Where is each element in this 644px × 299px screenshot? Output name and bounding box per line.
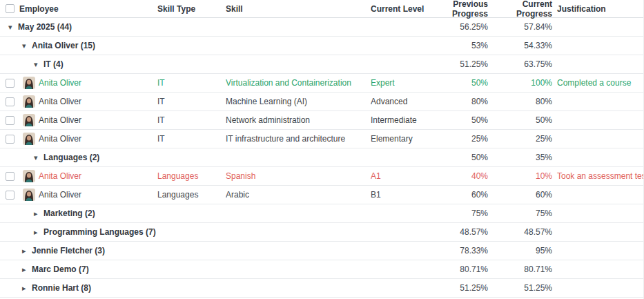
group-previous-progress: 48.57%	[429, 227, 488, 237]
group-previous-progress: 75%	[429, 209, 488, 218]
group-label: Jennie Fletcher (3)	[32, 246, 105, 255]
current-level-cell[interactable]: Elementary	[371, 134, 429, 144]
group-current-progress: 75%	[488, 209, 552, 218]
table-row[interactable]: Anita Oliver Languages Spanish A1 40% 10…	[0, 167, 643, 186]
group-row[interactable]: ▸ Marketing (2) 75% 75%	[0, 204, 643, 223]
current-progress-cell[interactable]: 100%	[488, 78, 552, 88]
group-previous-progress: 51.25%	[429, 283, 488, 293]
avatar	[23, 77, 35, 89]
skill-type-cell[interactable]: IT	[157, 134, 226, 144]
previous-progress-cell[interactable]: 50%	[429, 115, 488, 125]
skill-cell[interactable]: Arabic	[226, 190, 371, 200]
column-header-current-level[interactable]: Current Level	[371, 4, 429, 14]
current-level-cell[interactable]: Advanced	[371, 97, 429, 106]
table-row[interactable]: Anita Oliver IT Virtualization and Conta…	[0, 74, 643, 93]
column-header-skill-type[interactable]: Skill Type	[157, 4, 226, 14]
group-previous-progress: 80.71%	[429, 264, 488, 274]
column-header-skill[interactable]: Skill	[226, 4, 371, 14]
skill-cell[interactable]: Virtualization and Containerization	[226, 78, 371, 88]
caret-icon[interactable]: ▸	[22, 247, 32, 255]
caret-icon[interactable]: ▸	[34, 228, 43, 237]
employee-name: Anita Oliver	[39, 171, 81, 181]
table-row[interactable]: Anita Oliver IT IT infrastructure and ar…	[0, 130, 643, 148]
group-row[interactable]: ▾ May 2025 (44) 56.25% 57.84%	[0, 18, 643, 37]
skill-cell[interactable]: IT infrastructure and architecture	[226, 134, 371, 144]
column-header-employee[interactable]: Employee	[19, 4, 157, 14]
group-row[interactable]: ▾ Anita Oliver (15) 53% 54.33%	[0, 37, 643, 55]
previous-progress-cell[interactable]: 50%	[429, 78, 488, 88]
skill-cell[interactable]: Network administration	[226, 115, 371, 125]
caret-icon[interactable]: ▾	[34, 153, 43, 162]
skill-type-cell[interactable]: Languages	[157, 171, 226, 181]
group-label: Programming Languages (7)	[43, 227, 156, 237]
row-checkbox[interactable]	[6, 97, 14, 106]
group-label: May 2025 (44)	[18, 22, 72, 32]
group-current-progress: 35%	[488, 153, 552, 162]
row-checkbox[interactable]	[6, 116, 14, 125]
current-progress-cell[interactable]: 25%	[488, 134, 552, 144]
current-level-cell[interactable]: Intermediate	[371, 115, 429, 125]
previous-progress-cell[interactable]: 25%	[429, 134, 488, 144]
group-current-progress: 48.57%	[488, 227, 552, 237]
group-row[interactable]: ▾ IT (4) 51.25% 63.75%	[0, 55, 643, 74]
employee-cell[interactable]: Anita Oliver	[19, 189, 157, 201]
table-row[interactable]: Anita Oliver IT Network administration I…	[0, 111, 643, 130]
current-level-cell[interactable]: B1	[371, 190, 429, 200]
avatar	[23, 114, 35, 126]
previous-progress-cell[interactable]: 60%	[429, 190, 488, 200]
group-previous-progress: 50%	[429, 153, 488, 162]
list-body: ▾ May 2025 (44) 56.25% 57.84% ▾ Anita Ol…	[0, 18, 643, 299]
caret-icon[interactable]: ▸	[22, 265, 32, 274]
employee-cell[interactable]: Anita Oliver	[19, 95, 157, 108]
column-header-justification[interactable]: Justification	[552, 4, 643, 14]
caret-icon[interactable]: ▾	[34, 60, 43, 69]
skill-type-cell[interactable]: IT	[157, 97, 226, 106]
skills-report-list: Employee Skill Type Skill Current Level …	[0, 0, 644, 299]
caret-icon[interactable]: ▾	[22, 41, 32, 50]
skill-type-cell[interactable]: IT	[157, 115, 226, 125]
caret-icon[interactable]: ▸	[22, 284, 32, 293]
row-checkbox[interactable]	[6, 135, 14, 144]
group-label: Marketing (2)	[43, 209, 95, 218]
caret-icon[interactable]: ▸	[34, 209, 43, 218]
employee-cell[interactable]: Anita Oliver	[19, 170, 157, 182]
group-current-progress: 95%	[488, 246, 552, 255]
skill-cell[interactable]: Machine Learning (AI)	[226, 97, 371, 106]
caret-icon[interactable]: ▾	[8, 23, 18, 32]
current-progress-cell[interactable]: 10%	[488, 171, 552, 181]
current-progress-cell[interactable]: 80%	[488, 97, 552, 106]
group-label: Marc Demo (7)	[32, 264, 89, 274]
group-row[interactable]: ▾ Languages (2) 50% 35%	[0, 148, 643, 167]
group-current-progress: 57.84%	[488, 22, 552, 32]
employee-cell[interactable]: Anita Oliver	[19, 77, 157, 89]
employee-cell[interactable]: Anita Oliver	[19, 114, 157, 126]
row-checkbox[interactable]	[6, 172, 14, 181]
select-all-checkbox[interactable]	[6, 4, 14, 13]
employee-name: Anita Oliver	[39, 78, 81, 88]
row-checkbox[interactable]	[6, 79, 14, 88]
table-row[interactable]: Anita Oliver IT Machine Learning (AI) Ad…	[0, 93, 643, 111]
group-current-progress: 54.33%	[488, 41, 552, 50]
current-level-cell[interactable]: A1	[371, 171, 429, 181]
employee-cell[interactable]: Anita Oliver	[19, 133, 157, 145]
current-progress-cell[interactable]: 50%	[488, 115, 552, 125]
table-row[interactable]: Anita Oliver Languages Arabic B1 60% 60%	[0, 186, 643, 204]
current-progress-cell[interactable]: 60%	[488, 190, 552, 200]
skill-type-cell[interactable]: Languages	[157, 190, 226, 200]
previous-progress-cell[interactable]: 80%	[429, 97, 488, 106]
group-row[interactable]: ▸ Programming Languages (7) 48.57% 48.57…	[0, 223, 643, 242]
skill-cell[interactable]: Spanish	[226, 171, 371, 181]
current-level-cell[interactable]: Expert	[371, 78, 429, 88]
previous-progress-cell[interactable]: 40%	[429, 171, 488, 181]
group-row[interactable]: ▸ Jennie Fletcher (3) 78.33% 95%	[0, 242, 643, 260]
column-header-current-progress[interactable]: Current Progress	[488, 0, 552, 19]
row-checkbox[interactable]	[6, 191, 14, 200]
group-row[interactable]: ▸ Ronnie Hart (8) 51.25% 51.25%	[0, 279, 643, 298]
column-header-previous-progress[interactable]: Previous Progress	[429, 0, 488, 19]
justification-cell[interactable]: Completed a course	[552, 78, 643, 88]
skill-type-cell[interactable]: IT	[157, 78, 226, 88]
group-row[interactable]: ▸ Marc Demo (7) 80.71% 80.71%	[0, 260, 643, 279]
justification-cell[interactable]: Took an assessment test	[552, 171, 643, 181]
avatar	[23, 189, 35, 201]
employee-name: Anita Oliver	[39, 190, 81, 200]
